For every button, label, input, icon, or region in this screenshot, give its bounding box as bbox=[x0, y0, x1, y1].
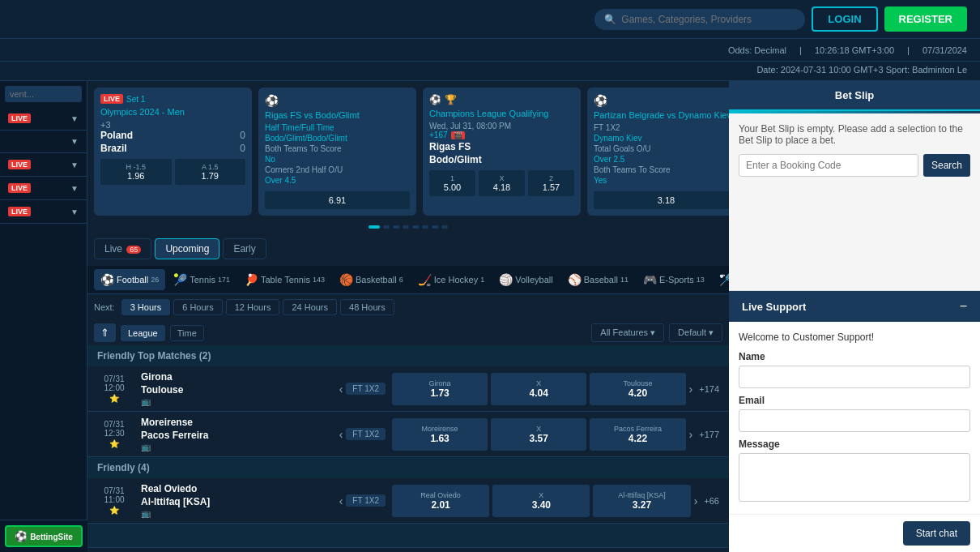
sport-tab-football[interactable]: ⚽ Football 26 bbox=[94, 269, 165, 290]
login-button[interactable]: LOGIN bbox=[812, 6, 877, 32]
card1-btn2-label: A 1.5 bbox=[177, 163, 245, 171]
tab-early[interactable]: Early bbox=[223, 238, 266, 259]
sport-tab-basketball-label: Basketball bbox=[356, 275, 397, 285]
match-hour-3: 11:00 bbox=[94, 495, 134, 504]
sidebar-item-5[interactable]: LIVE ▼ bbox=[0, 200, 87, 224]
card3-btn1-val: 5.00 bbox=[444, 182, 461, 192]
card3-btn1[interactable]: 1 5.00 bbox=[429, 170, 475, 196]
tab-live[interactable]: Live 65 bbox=[94, 238, 151, 259]
sport-tab-tennis[interactable]: 🎾 Tennis 171 bbox=[167, 269, 236, 290]
odd-val-3-3: 3.27 bbox=[633, 499, 651, 511]
collapse-button[interactable]: ⇑ bbox=[94, 323, 116, 342]
view-time-btn[interactable]: Time bbox=[170, 325, 204, 341]
match-teams-3: Real Oviedo Al-Ittifaq [KSA] 📺 bbox=[141, 483, 333, 518]
match-time-1: 07/31 12:00 ⭐ bbox=[94, 374, 134, 403]
card2-odds-btn[interactable]: 6.91 bbox=[265, 191, 410, 209]
match-teams-1: Girona Toulouse 📺 bbox=[141, 371, 333, 406]
time-24h[interactable]: 24 Hours bbox=[283, 299, 337, 315]
sidebar-item-3[interactable]: LIVE ▼ bbox=[0, 153, 87, 177]
sport-tab-tabletennis[interactable]: 🏓 Table Tennis 143 bbox=[238, 269, 331, 290]
name-input[interactable] bbox=[739, 366, 970, 388]
odds-next-2[interactable]: › bbox=[689, 428, 693, 441]
support-header: Live Support − bbox=[729, 291, 980, 322]
odd-3-oviedo[interactable]: Real Oviedo 2.01 bbox=[392, 485, 489, 517]
match-teams-2: Moreirense Pacos Ferreira 📺 bbox=[141, 417, 333, 451]
default-btn[interactable]: Default ▾ bbox=[669, 323, 722, 342]
sport-tab-basketball[interactable]: 🏀 Basketball 6 bbox=[333, 269, 410, 290]
odds-prev-2[interactable]: ‹ bbox=[339, 428, 343, 441]
search-input[interactable] bbox=[621, 14, 795, 25]
match-icon-3: ⭐ bbox=[94, 506, 134, 515]
live-tag-1: LIVE bbox=[100, 94, 123, 104]
tab-early-label: Early bbox=[233, 243, 255, 255]
odds-prev-3[interactable]: ‹ bbox=[339, 494, 343, 507]
tennis-icon: 🎾 bbox=[173, 273, 187, 286]
bet-slip-header: Bet Slip bbox=[729, 81, 980, 111]
card1-btn1[interactable]: H -1.5 1.96 bbox=[100, 159, 172, 185]
sidebar-item-4[interactable]: LIVE ▼ bbox=[0, 177, 87, 200]
all-features-btn[interactable]: All Features ▾ bbox=[591, 323, 664, 342]
odd-2-pacos[interactable]: Pacos Ferreira 4.22 bbox=[590, 418, 685, 451]
odd-1-x[interactable]: X 4.04 bbox=[491, 373, 586, 405]
time-48h[interactable]: 48 Hours bbox=[340, 299, 394, 315]
card1-btn2[interactable]: A 1.5 1.79 bbox=[175, 159, 246, 185]
booking-search-button[interactable]: Search bbox=[923, 154, 970, 177]
sport-tab-baseball[interactable]: ⚾ Baseball 11 bbox=[561, 269, 635, 290]
view-league-btn[interactable]: League bbox=[121, 325, 165, 341]
minimize-button[interactable]: − bbox=[960, 299, 967, 314]
card4-odds-val: 3.18 bbox=[658, 195, 675, 205]
time-12h[interactable]: 12 Hours bbox=[226, 299, 280, 315]
odd-val-2-3: 4.22 bbox=[628, 433, 647, 444]
match-date-3: 07/31 bbox=[94, 486, 134, 495]
start-chat-button[interactable]: Start chat bbox=[903, 521, 970, 546]
sport-tab-icehockey[interactable]: 🏒 Ice Hockey 1 bbox=[411, 269, 491, 290]
sport-tab-esports[interactable]: 🎮 E-Sports 13 bbox=[637, 269, 711, 290]
card1-score2: 0 bbox=[240, 143, 245, 154]
search-icon: 🔍 bbox=[604, 14, 616, 25]
match-type-2: FT 1X2 bbox=[346, 428, 386, 440]
odd-2-moreirense[interactable]: Moreirense 1.63 bbox=[392, 418, 488, 451]
odds-prev-1[interactable]: ‹ bbox=[339, 383, 343, 396]
odds-next-1[interactable]: › bbox=[689, 383, 693, 396]
volleyball-icon: 🏐 bbox=[499, 273, 513, 286]
basketball-icon: 🏀 bbox=[339, 273, 353, 286]
odd-1-girona[interactable]: Girona 1.73 bbox=[392, 373, 488, 405]
chevron-down-icon-5: ▼ bbox=[70, 208, 79, 216]
card4-info1val: Over 2.5 bbox=[594, 155, 729, 164]
tab-upcoming[interactable]: Upcoming bbox=[155, 238, 219, 259]
odd-3-ittifaq[interactable]: Al-Ittifaq [KSA] 3.27 bbox=[593, 485, 690, 517]
odd-3-x[interactable]: X 3.40 bbox=[492, 485, 590, 517]
support-footer: Start chat bbox=[729, 514, 980, 552]
odd-2-x[interactable]: X 3.57 bbox=[491, 418, 586, 451]
card4-odds-btn[interactable]: 3.18 bbox=[594, 191, 729, 209]
odds-next-3[interactable]: › bbox=[694, 494, 698, 507]
message-textarea[interactable] bbox=[739, 453, 970, 502]
time-3h[interactable]: 3 Hours bbox=[121, 299, 171, 315]
sidebar-search-area[interactable] bbox=[0, 81, 87, 107]
card1-set: Set 1 bbox=[126, 95, 145, 104]
time-display: 10:26:18 GMT+3:00 bbox=[815, 45, 894, 55]
header: 🔍 LOGIN REGISTER bbox=[0, 0, 980, 39]
time-6h[interactable]: 6 Hours bbox=[173, 299, 223, 315]
sidebar-item-1[interactable]: LIVE ▼ bbox=[0, 107, 87, 131]
odds-label: Odds: Decimal bbox=[728, 45, 786, 55]
sidebar-item-2[interactable]: ▼ bbox=[0, 131, 87, 153]
email-input[interactable] bbox=[739, 409, 970, 432]
chevron-down-icon-1: ▼ bbox=[70, 114, 79, 123]
card3-btn2-label: X bbox=[480, 174, 523, 182]
booking-code-input[interactable] bbox=[739, 154, 918, 177]
search-bar[interactable]: 🔍 bbox=[594, 9, 805, 30]
match-odds-section-2: ‹ FT 1X2 Moreirense 1.63 X 3.57 Pacos Fe… bbox=[339, 418, 722, 451]
card2-info1: Both Teams To Score bbox=[265, 144, 410, 153]
card3-btn2[interactable]: X 4.18 bbox=[479, 170, 525, 196]
sidebar-search-input[interactable] bbox=[5, 86, 82, 102]
sport-tab-badminton[interactable]: 🏸 Badminton 4 bbox=[713, 269, 729, 290]
card3-icon1: ⚽ bbox=[429, 94, 441, 105]
card3-icon2: 🏆 bbox=[445, 94, 457, 105]
register-button[interactable]: REGISTER bbox=[884, 6, 967, 32]
odd-1-toulouse[interactable]: Toulouse 4.20 bbox=[590, 373, 685, 405]
card3-btn3[interactable]: 2 1.57 bbox=[528, 170, 574, 196]
support-title: Live Support bbox=[742, 301, 806, 313]
sport-tab-volleyball[interactable]: 🏐 Volleyball bbox=[492, 269, 559, 290]
subheader: Odds: Decimal | 10:26:18 GMT+3:00 | 07/3… bbox=[0, 39, 980, 62]
